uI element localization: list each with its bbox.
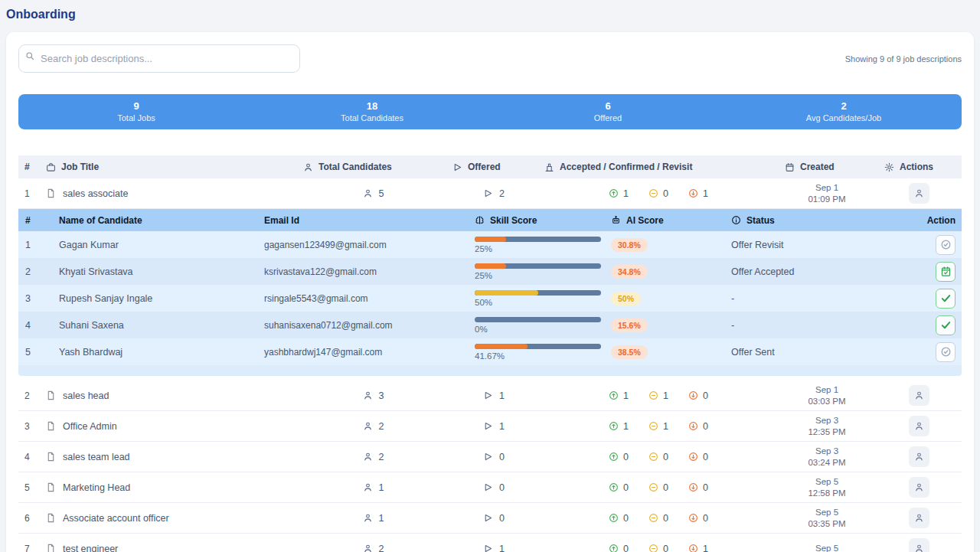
- view-candidates-button[interactable]: [909, 416, 929, 436]
- revisit-count-item: 0: [688, 421, 708, 432]
- job-row[interactable]: 6 Associate account officer 1 0 0 0 0: [18, 503, 962, 534]
- stat-value: 2: [726, 100, 962, 113]
- view-candidates-button[interactable]: [909, 538, 929, 552]
- accepted-count: 1: [623, 421, 629, 432]
- skill-score-label: 41.67%: [475, 351, 599, 361]
- ai-score-badge: 34.8%: [611, 265, 648, 279]
- ai-score-badge: 30.8%: [611, 238, 648, 252]
- confirmed-count: 1: [663, 421, 668, 432]
- confirmed-count: 0: [663, 544, 668, 552]
- header-job-title: Job Title: [41, 162, 299, 172]
- candidates-subtable: # Name of Candidate Email Id Skill Score…: [18, 209, 962, 376]
- revisit-count-item: 0: [688, 482, 708, 493]
- job-row[interactable]: 2 sales head 3 1 1 1 0: [18, 381, 962, 411]
- document-icon: [46, 513, 56, 523]
- person-icon: [363, 452, 373, 462]
- toolbar: Showing 9 of 9 job descriptions: [18, 44, 962, 73]
- revisit-count-item: 0: [688, 452, 708, 462]
- candidate-action-cell: [913, 342, 962, 362]
- candidate-num: 2: [18, 266, 52, 277]
- job-row[interactable]: 7 test engineer 2 1 0 0 1: [18, 534, 962, 552]
- job-row[interactable]: 3 Office Admin 2 1 1 1 0: [18, 411, 962, 442]
- ai-score-cell: 38.5%: [603, 345, 724, 359]
- job-row-num: 1: [18, 188, 41, 199]
- created-date: Sep 3: [777, 446, 877, 457]
- accepted-count: 0: [623, 452, 629, 462]
- accepted-count: 0: [623, 544, 629, 552]
- accepted-count-item: 0: [609, 544, 629, 552]
- stat-cell: 2 Avg Candidates/Job: [726, 100, 962, 123]
- approve-button[interactable]: [936, 289, 956, 309]
- skill-score-label: 0%: [475, 325, 599, 334]
- candidate-row: 5 Yash Bhardwaj yashbhardwj147@gmail.com…: [18, 338, 962, 365]
- job-offered-count: 1: [499, 390, 505, 401]
- brain-icon: [475, 215, 485, 225]
- revisit-count-item: 0: [688, 513, 708, 524]
- view-candidates-button[interactable]: [909, 385, 929, 406]
- revisit-count: 0: [703, 421, 708, 432]
- send-icon: [483, 482, 493, 492]
- created-time: 03:03 PM: [777, 396, 877, 407]
- stats-bar: 9 Total Jobs 18 Total Candidates 6 Offer…: [18, 94, 962, 129]
- skill-score-label: 25%: [475, 271, 599, 280]
- job-title-cell: sales associate: [41, 188, 299, 199]
- minus-circle-icon: [648, 421, 658, 431]
- job-acr-cell: 1 0 1: [540, 188, 777, 199]
- header-created-label: Created: [800, 162, 835, 172]
- cand-header-num: #: [18, 215, 52, 226]
- job-candidates-cell: 1: [299, 482, 448, 493]
- cand-header-skill-label: Skill Score: [490, 215, 537, 226]
- stat-label: Avg Candidates/Job: [726, 113, 962, 123]
- schedule-button[interactable]: [936, 262, 956, 282]
- person-icon: [303, 162, 313, 172]
- document-icon: [46, 452, 56, 462]
- job-created-cell: Sep 3 12:35 PM: [777, 415, 877, 438]
- offer-status-button[interactable]: [936, 235, 956, 255]
- view-candidates-button[interactable]: [909, 477, 929, 498]
- approve-button[interactable]: [936, 315, 956, 335]
- created-date: Sep 5: [777, 543, 877, 552]
- skill-bar-fill: [475, 237, 506, 242]
- confirmed-count-item: 1: [648, 421, 668, 432]
- view-candidates-button[interactable]: [909, 508, 929, 528]
- view-candidates-button[interactable]: [909, 446, 929, 467]
- job-row[interactable]: 5 Marketing Head 1 0 0 0 0: [18, 472, 962, 503]
- job-acr-cell: 0 0 0: [540, 482, 777, 493]
- cand-header-skill: Skill Score: [470, 215, 603, 226]
- view-candidates-button[interactable]: [909, 183, 929, 204]
- arrow-up-circle-icon: [609, 390, 619, 400]
- job-offered-count: 0: [499, 452, 505, 462]
- job-offered-count: 0: [499, 482, 505, 493]
- candidate-num: 4: [18, 320, 52, 331]
- offer-status-button[interactable]: [936, 342, 956, 362]
- created-date: Sep 1: [777, 182, 877, 194]
- job-candidates-cell: 5: [299, 188, 448, 199]
- created-date: Sep 1: [777, 384, 877, 396]
- skill-score-label: 25%: [475, 244, 599, 253]
- accepted-count-item: 0: [609, 482, 629, 493]
- arrow-down-circle-icon: [688, 421, 698, 431]
- arrow-up-circle-icon: [609, 513, 619, 523]
- revisit-count-item: 0: [688, 390, 708, 401]
- job-row[interactable]: 1 sales associate 5 2 1 0 1: [18, 178, 962, 209]
- document-icon: [46, 390, 56, 400]
- job-row[interactable]: 4 sales team lead 2 0 0 0 0: [18, 442, 962, 472]
- candidate-email: suhanisaxena0712@gmail.com: [257, 320, 470, 331]
- minus-circle-icon: [648, 188, 658, 198]
- job-row-num: 2: [18, 390, 41, 401]
- candidate-action-cell: [913, 262, 962, 282]
- calendar-icon: [785, 162, 795, 172]
- job-row-num: 3: [18, 421, 41, 432]
- job-created-cell: Sep 3 03:24 PM: [777, 446, 877, 469]
- candidate-name: Gagan Kumar: [52, 240, 257, 250]
- stat-value: 6: [490, 100, 726, 113]
- job-created-cell: Sep 5: [777, 543, 877, 552]
- candidate-row: 4 Suhani Saxena suhanisaxena0712@gmail.c…: [18, 312, 962, 338]
- skill-bar-fill: [475, 344, 528, 349]
- search-input[interactable]: [18, 44, 300, 73]
- person-icon: [914, 188, 924, 198]
- job-offered-cell: 0: [448, 452, 540, 462]
- candidate-num: 3: [18, 293, 52, 304]
- job-offered-count: 2: [499, 188, 505, 199]
- skill-bar-fill: [475, 290, 538, 296]
